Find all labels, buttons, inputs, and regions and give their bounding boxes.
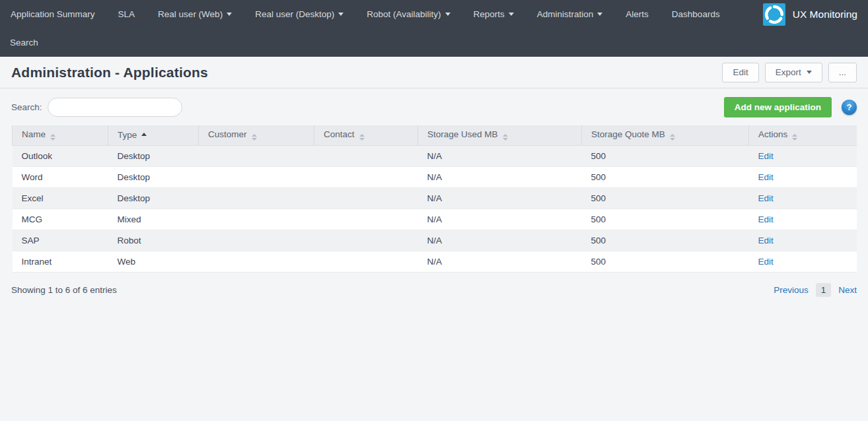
add-new-application-button[interactable]: Add new application <box>724 97 832 117</box>
nav-item[interactable]: Robot (Availability) <box>367 9 450 19</box>
nav-item[interactable]: Real user (Web) <box>158 9 232 19</box>
edit-row-link[interactable]: Edit <box>758 172 774 182</box>
edit-row-link[interactable]: Edit <box>758 193 774 203</box>
pagination: Previous 1 Next <box>774 283 857 297</box>
cell-actions: Edit <box>749 230 857 251</box>
search-input[interactable] <box>48 98 182 117</box>
nav-item[interactable]: Real user (Desktop) <box>255 9 344 19</box>
cell-type: Robot <box>108 230 199 251</box>
header-buttons: Edit Export ... <box>722 63 857 82</box>
table-footer: Showing 1 to 6 of 6 entries Previous 1 N… <box>0 273 868 308</box>
nav-item[interactable]: Administration <box>537 9 603 19</box>
export-button-label: Export <box>776 67 801 77</box>
nav-item-label: Real user (Web) <box>158 9 223 19</box>
chevron-down-icon <box>597 13 602 16</box>
page-title: Administration - Applications <box>11 65 208 81</box>
cell-storage-used: N/A <box>418 251 582 272</box>
brand-name: UX Monitoring <box>793 9 857 20</box>
table-row: Outlook Desktop N/A 500 Edit <box>13 145 857 166</box>
edit-row-link[interactable]: Edit <box>758 236 774 245</box>
column-header[interactable]: Contact <box>314 125 418 145</box>
navbar-row-secondary: Search <box>11 28 857 57</box>
column-header[interactable]: Type <box>108 125 199 145</box>
cell-storage-quota: 500 <box>582 251 749 272</box>
nav-item-label: Application Summary <box>11 9 95 19</box>
cell-contact <box>314 230 418 251</box>
cell-storage-used: N/A <box>418 230 582 251</box>
cell-name: Outlook <box>13 145 108 166</box>
nav-item[interactable]: Alerts <box>626 9 649 19</box>
cell-customer <box>199 145 314 166</box>
edit-button[interactable]: Edit <box>722 63 758 82</box>
cell-actions: Edit <box>749 145 857 166</box>
nav-item-label: Reports <box>474 9 505 19</box>
chevron-down-icon <box>509 13 514 16</box>
showing-entries-text: Showing 1 to 6 of 6 entries <box>11 285 117 295</box>
sort-icon <box>503 134 508 141</box>
column-header[interactable]: Storage Used MB <box>418 125 582 145</box>
help-icon[interactable]: ? <box>842 100 857 115</box>
export-button[interactable]: Export <box>765 63 822 82</box>
column-header-label: Storage Quote MB <box>591 129 665 139</box>
cell-storage-quota: 500 <box>582 187 749 209</box>
column-header-label: Name <box>22 129 46 139</box>
brand: UX Monitoring <box>763 3 857 26</box>
table-row: Excel Desktop N/A 500 Edit <box>13 187 857 209</box>
nav-item-label: Robot (Availability) <box>367 9 441 19</box>
column-header[interactable]: Name <box>13 125 108 145</box>
edit-row-link[interactable]: Edit <box>758 257 774 267</box>
column-header[interactable]: Customer <box>199 125 314 145</box>
cell-contact <box>314 209 418 230</box>
cell-contact <box>314 187 418 209</box>
current-page-button[interactable]: 1 <box>816 283 832 297</box>
sort-icon <box>670 134 675 141</box>
chevron-down-icon <box>227 13 232 16</box>
nav-item[interactable]: Reports <box>474 9 514 19</box>
cell-storage-used: N/A <box>418 166 582 187</box>
cell-name: MCG <box>13 209 108 230</box>
more-options-button[interactable]: ... <box>828 63 857 82</box>
navbar-row-primary: Application Summary SLA Real user (Web) … <box>11 0 857 28</box>
previous-page-button[interactable]: Previous <box>774 285 809 295</box>
cell-actions: Edit <box>749 166 857 187</box>
cell-type: Web <box>108 251 199 272</box>
page-header: Administration - Applications Edit Expor… <box>0 57 868 88</box>
sort-icon <box>792 134 797 141</box>
sort-asc-icon <box>141 133 147 136</box>
column-header[interactable]: Storage Quote MB <box>582 125 749 145</box>
next-page-button[interactable]: Next <box>838 285 857 295</box>
nav-item[interactable]: SLA <box>118 9 135 19</box>
nav-item-label: SLA <box>118 9 135 19</box>
nav-item[interactable]: Search <box>10 38 38 48</box>
table-row: Word Desktop N/A 500 Edit <box>13 166 857 187</box>
edit-row-link[interactable]: Edit <box>758 214 774 224</box>
column-header-label: Customer <box>208 129 247 139</box>
sort-icon <box>359 134 365 141</box>
cell-customer <box>199 209 314 230</box>
nav-item[interactable]: Dashboards <box>672 9 720 19</box>
cell-name: Intranet <box>13 251 108 272</box>
cell-storage-used: N/A <box>418 145 582 166</box>
nav-item-label: Search <box>10 38 38 48</box>
sort-icon <box>50 134 55 141</box>
column-header-label: Type <box>118 130 137 140</box>
column-header-label: Actions <box>758 129 787 139</box>
nav-item-label: Administration <box>537 9 594 19</box>
cell-customer <box>199 166 314 187</box>
column-header-label: Storage Used MB <box>427 129 498 139</box>
nav-item-label: Real user (Desktop) <box>255 9 334 19</box>
nav-item-label: Alerts <box>626 9 649 19</box>
search-label: Search: <box>11 102 42 112</box>
nav-menu: Application Summary SLA Real user (Web) … <box>11 9 720 19</box>
chevron-down-icon <box>445 13 451 16</box>
column-header[interactable]: Actions <box>749 125 857 145</box>
cell-storage-quota: 500 <box>582 145 749 166</box>
cell-customer <box>199 187 314 209</box>
nav-item[interactable]: Application Summary <box>11 9 95 19</box>
cell-type: Desktop <box>108 187 199 209</box>
cell-contact <box>314 145 418 166</box>
table-row: SAP Robot N/A 500 Edit <box>13 230 857 251</box>
table-row: MCG Mixed N/A 500 Edit <box>13 209 857 230</box>
edit-row-link[interactable]: Edit <box>758 151 774 161</box>
nav-item-label: Dashboards <box>672 9 720 19</box>
